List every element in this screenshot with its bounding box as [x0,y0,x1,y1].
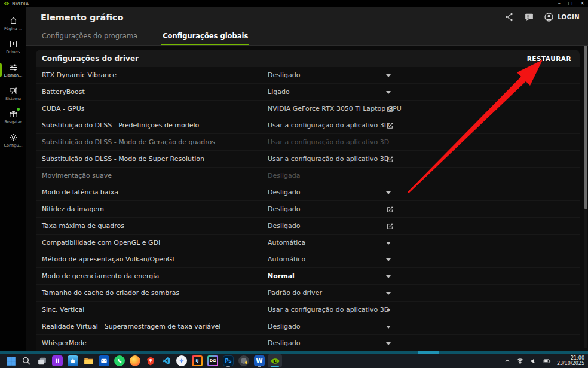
tray-date: 23/10/2025 [557,361,584,367]
sidebar-item-label: Elemen... [4,73,23,78]
feedback-icon[interactable] [524,12,534,22]
restore-button[interactable]: RESTAURAR [527,55,571,62]
setting-value: Usar a configuração do aplicativo 3D [268,134,389,151]
taskbar-whatsapp[interactable] [112,354,127,367]
edit-icon[interactable] [386,223,394,230]
sidebar-item-label: Resgatar [5,120,22,124]
login-button[interactable]: LOGIN [544,12,580,22]
setting-row-opengl-gdi-compat[interactable]: Compatibilidade com OpenGL e GDI Automát… [36,235,580,251]
tab-global-settings[interactable]: Configurações globais [161,27,249,45]
setting-label: WhisperMode [42,335,87,351]
taskbar-circle-app[interactable] [174,354,189,367]
setting-row-vulkan-opengl-present[interactable]: Método de apresentação Vulkan/OpenGL Aut… [36,251,580,268]
sidebar-item-home[interactable]: Página ... [0,12,26,35]
setting-label: Nitidez da imagem [42,201,104,218]
user-avatar-icon [544,12,554,22]
setting-label: Taxa máxima de quadros [42,218,124,235]
chevron-down-icon[interactable] [386,309,391,312]
setting-value: Desligado [268,67,301,84]
edit-icon[interactable] [386,105,394,113]
edit-icon[interactable] [386,206,394,214]
setting-row-whispermode[interactable]: WhisperMode Desligado [36,335,580,351]
taskbar-photoshop[interactable]: Ps [221,354,235,367]
setting-row-batteryboost[interactable]: BatteryBoost Ligado [36,84,580,101]
setting-value: Desligado [268,201,301,218]
start-button[interactable] [4,354,18,367]
setting-row-vsync[interactable]: Sinc. Vertical Usar a configuração do ap… [36,302,580,318]
task-view-button[interactable] [35,354,49,367]
taskbar-microsoft-store[interactable] [66,354,80,367]
chevron-down-icon[interactable] [386,242,391,245]
share-icon[interactable] [504,12,514,22]
edit-icon[interactable] [386,122,394,130]
taskbar-brave[interactable] [143,354,158,367]
setting-label: Tamanho do cache do criador de sombras [42,285,179,302]
minimize-button[interactable]: – [558,1,561,7]
chevron-down-icon[interactable] [386,342,391,345]
datagrip-glyph: DG [209,357,217,365]
gift-icon [9,110,18,118]
outlook-icon [99,355,109,366]
datagrip-icon: DG [207,355,218,366]
wifi-icon[interactable] [516,357,524,365]
volume-icon[interactable] [529,357,537,365]
setting-value: Ligado [268,84,290,101]
notification-dot [17,108,20,111]
scrollbar-thumb[interactable] [584,37,587,209]
sidebar-item-system[interactable]: Sistema [0,82,26,105]
close-button[interactable]: ✕ [580,1,584,7]
tray-clock[interactable]: 21:00 23/10/2025 [557,355,584,367]
setting-row-cuda-gpus[interactable]: CUDA - GPUs NVIDIA GeForce RTX 3050 Ti L… [36,101,580,117]
sidebar-item-redeem[interactable]: Resgatar [0,105,26,129]
driver-settings-panel: Configurações do driver RESTAURAR RTX Dy… [36,50,580,351]
sidebar-item-drivers[interactable]: Drivers [0,35,26,59]
chevron-down-icon[interactable] [386,275,391,278]
scrollbar-track[interactable] [584,37,587,348]
taskbar-nvidia-app[interactable] [268,354,282,367]
taskbar-search-button[interactable] [19,354,33,367]
taskbar-outlook[interactable] [97,354,111,367]
setting-row-image-sharpening[interactable]: Nitidez da imagem Desligado [36,201,580,218]
setting-row-shader-cache-size[interactable]: Tamanho do cache do criador de sombras P… [36,285,580,302]
setting-row-max-frame-rate[interactable]: Taxa máxima de quadros Desligado [36,218,580,235]
taskbar-word[interactable]: W [252,354,267,367]
setting-row-low-latency-mode[interactable]: Modo de latência baixa Desligado [36,184,580,201]
chevron-down-icon[interactable] [386,74,391,77]
tab-program-settings[interactable]: Configurações do programa [41,27,139,45]
setting-value: NVIDIA GeForce RTX 3050 Ti Laptop GPU [268,101,402,117]
setting-label: RTX Dynamic Vibrance [42,67,117,84]
taskbar-purple-app[interactable] [50,354,65,367]
chevron-down-icon[interactable] [386,292,391,295]
taskbar-vscode[interactable] [159,354,173,367]
taskbar-round-app[interactable] [237,354,251,367]
setting-value: Desligado [268,335,301,351]
setting-row-vr-variable-rate-supersampling[interactable]: Realidade Virtual - Superamostragem de t… [36,318,580,335]
sidebar-item-graphics[interactable]: Elemen... [0,59,26,82]
chevron-down-icon[interactable] [386,258,391,261]
chevron-down-icon[interactable] [386,91,391,94]
sidebar-nav: Página ... Drivers Elemen... Sistema Res… [0,7,26,351]
battery-icon[interactable] [543,357,552,365]
setting-label: Substituição do DLSS - Predefinições de … [42,117,199,134]
setting-value: Desligada [268,168,301,184]
setting-row-rtx-dynamic-vibrance[interactable]: RTX Dynamic Vibrance Desligado [36,67,580,84]
setting-value: Normal [268,268,295,285]
taskbar-firefox[interactable] [128,354,142,367]
setting-value: Usar a configuração do aplicativo 3D [268,151,389,168]
edit-icon[interactable] [386,156,394,163]
taskbar-datagrip[interactable]: DG [206,354,220,367]
circle-app-icon [176,355,187,366]
setting-value: Desligado [268,184,301,201]
running-indicator [258,366,261,367]
maximize-button[interactable]: □ [568,1,573,7]
chevron-down-icon[interactable] [386,191,391,194]
taskbar-intellij[interactable]: IJ [190,354,204,367]
tray-chevron-up-icon[interactable] [504,357,511,364]
chevron-down-icon[interactable] [386,326,391,329]
setting-row-dlss-super-resolution[interactable]: Substituição do DLSS - Modo de Super Res… [36,151,580,168]
taskbar-file-explorer[interactable] [81,354,96,367]
sidebar-item-settings[interactable]: Configu... [0,129,26,152]
setting-label: CUDA - GPUs [42,101,84,117]
setting-row-power-management[interactable]: Modo de gerenciamento da energia Normal [36,268,580,285]
setting-row-dlss-model-presets[interactable]: Substituição do DLSS - Predefinições de … [36,117,580,134]
